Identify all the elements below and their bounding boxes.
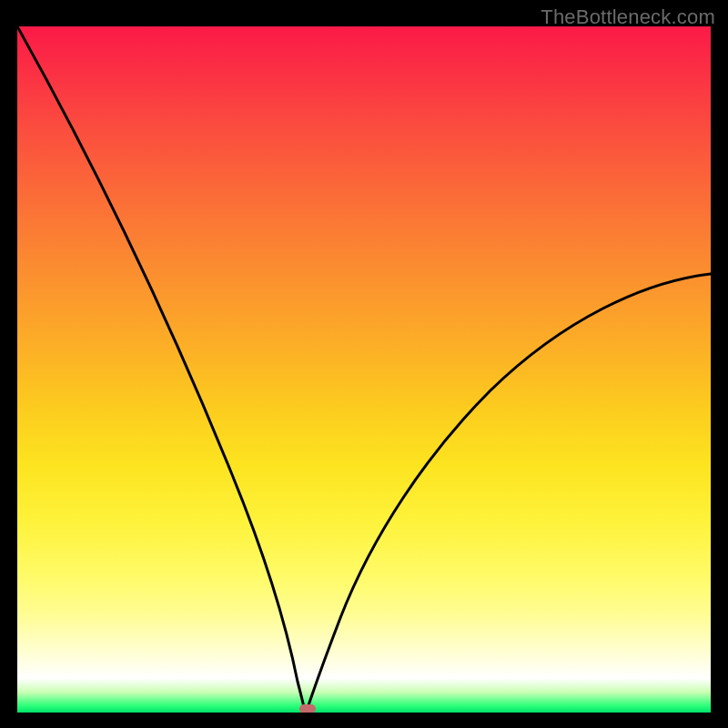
- bottleneck-curve: [17, 26, 711, 713]
- bottleneck-marker: [299, 704, 316, 713]
- chart-frame: TheBottleneck.com: [0, 0, 728, 728]
- watermark-text: TheBottleneck.com: [541, 5, 715, 29]
- plot-area: [17, 26, 711, 713]
- curve-left-branch: [17, 26, 305, 711]
- curve-right-branch: [307, 274, 711, 711]
